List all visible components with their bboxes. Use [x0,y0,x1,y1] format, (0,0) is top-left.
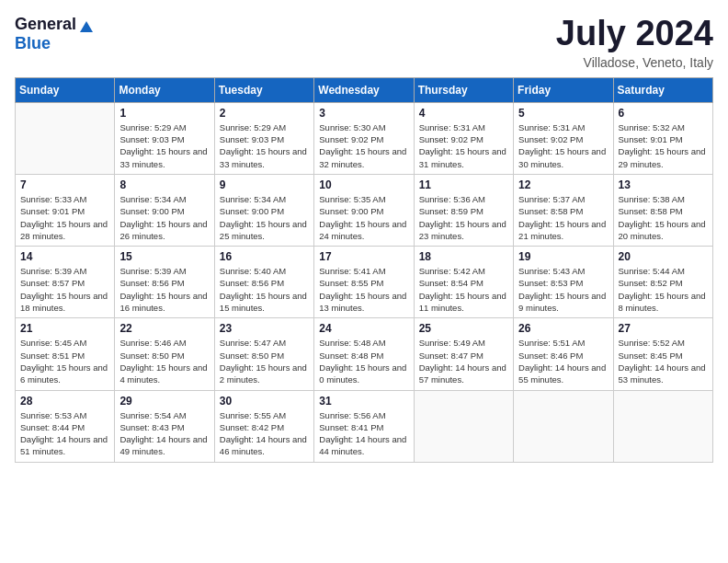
day-info: Sunrise: 5:39 AM Sunset: 8:56 PM Dayligh… [119,265,209,314]
day-info: Sunrise: 5:55 AM Sunset: 8:42 PM Dayligh… [220,409,309,458]
calendar-table: SundayMondayTuesdayWednesdayThursdayFrid… [15,77,713,463]
day-info: Sunrise: 5:29 AM Sunset: 9:03 PM Dayligh… [220,121,309,170]
calendar-cell: 6Sunrise: 5:32 AM Sunset: 9:01 PM Daylig… [613,102,712,174]
calendar-cell: 31Sunrise: 5:56 AM Sunset: 8:41 PM Dayli… [314,390,414,462]
day-info: Sunrise: 5:39 AM Sunset: 8:57 PM Dayligh… [20,265,109,314]
day-number: 7 [20,178,109,191]
calendar-cell [414,390,513,462]
day-info: Sunrise: 5:49 AM Sunset: 8:47 PM Dayligh… [419,337,508,385]
calendar-cell: 21Sunrise: 5:45 AM Sunset: 8:51 PM Dayli… [16,318,115,390]
day-info: Sunrise: 5:35 AM Sunset: 9:00 PM Dayligh… [319,193,408,242]
calendar-week-row: 7Sunrise: 5:33 AM Sunset: 9:01 PM Daylig… [16,174,713,246]
calendar-cell: 28Sunrise: 5:53 AM Sunset: 8:44 PM Dayli… [16,390,115,462]
page-header: General Blue July 2024 Villadose, Veneto… [15,15,713,70]
day-number: 30 [220,395,309,408]
day-number: 4 [419,107,508,120]
weekday-header-thursday: Thursday [414,77,513,102]
day-info: Sunrise: 5:46 AM Sunset: 8:50 PM Dayligh… [119,337,209,385]
calendar-cell: 4Sunrise: 5:31 AM Sunset: 9:02 PM Daylig… [414,102,513,174]
calendar-cell: 11Sunrise: 5:36 AM Sunset: 8:59 PM Dayli… [414,174,513,246]
calendar-week-row: 28Sunrise: 5:53 AM Sunset: 8:44 PM Dayli… [16,390,713,462]
day-number: 14 [20,250,109,263]
calendar-cell: 30Sunrise: 5:55 AM Sunset: 8:42 PM Dayli… [214,390,313,462]
day-info: Sunrise: 5:48 AM Sunset: 8:48 PM Dayligh… [319,337,408,385]
day-number: 26 [518,322,608,335]
calendar-cell: 1Sunrise: 5:29 AM Sunset: 9:03 PM Daylig… [115,102,214,174]
calendar-header-row: SundayMondayTuesdayWednesdayThursdayFrid… [16,77,713,102]
day-number: 6 [619,107,708,120]
day-info: Sunrise: 5:53 AM Sunset: 8:44 PM Dayligh… [20,409,109,458]
day-info: Sunrise: 5:31 AM Sunset: 9:02 PM Dayligh… [518,121,608,170]
calendar-cell: 19Sunrise: 5:43 AM Sunset: 8:53 PM Dayli… [514,247,613,318]
day-info: Sunrise: 5:34 AM Sunset: 9:00 PM Dayligh… [220,193,309,242]
calendar-cell: 18Sunrise: 5:42 AM Sunset: 8:54 PM Dayli… [414,247,513,318]
day-number: 28 [20,395,109,408]
month-title: July 2024 [556,15,713,53]
day-info: Sunrise: 5:43 AM Sunset: 8:53 PM Dayligh… [518,265,608,314]
logo-blue-text: Blue [15,34,51,53]
day-number: 21 [20,322,109,335]
weekday-header-sunday: Sunday [16,77,115,102]
calendar-cell: 3Sunrise: 5:30 AM Sunset: 9:02 PM Daylig… [314,102,414,174]
day-number: 1 [119,107,209,120]
weekday-header-monday: Monday [115,77,214,102]
calendar-cell: 16Sunrise: 5:40 AM Sunset: 8:56 PM Dayli… [214,247,313,318]
location-text: Villadose, Veneto, Italy [556,55,713,70]
day-info: Sunrise: 5:29 AM Sunset: 9:03 PM Dayligh… [119,121,209,170]
day-info: Sunrise: 5:33 AM Sunset: 9:01 PM Dayligh… [20,193,109,242]
calendar-cell: 17Sunrise: 5:41 AM Sunset: 8:55 PM Dayli… [314,247,414,318]
day-number: 25 [419,322,508,335]
day-info: Sunrise: 5:52 AM Sunset: 8:45 PM Dayligh… [619,337,708,385]
calendar-cell: 26Sunrise: 5:51 AM Sunset: 8:46 PM Dayli… [514,318,613,390]
calendar-week-row: 21Sunrise: 5:45 AM Sunset: 8:51 PM Dayli… [16,318,713,390]
logo-triangle-icon [78,17,95,34]
day-number: 20 [619,250,708,263]
day-number: 8 [119,178,209,191]
calendar-cell: 9Sunrise: 5:34 AM Sunset: 9:00 PM Daylig… [214,174,313,246]
calendar-cell: 14Sunrise: 5:39 AM Sunset: 8:57 PM Dayli… [16,247,115,318]
calendar-cell: 22Sunrise: 5:46 AM Sunset: 8:50 PM Dayli… [115,318,214,390]
day-number: 22 [119,322,209,335]
day-number: 18 [419,250,508,263]
day-number: 13 [619,178,708,191]
svg-marker-0 [80,21,93,32]
day-info: Sunrise: 5:44 AM Sunset: 8:52 PM Dayligh… [619,265,708,314]
weekday-header-wednesday: Wednesday [314,77,414,102]
day-number: 17 [319,250,408,263]
day-number: 16 [220,250,309,263]
day-number: 5 [518,107,608,120]
day-number: 11 [419,178,508,191]
day-number: 3 [319,107,408,120]
calendar-cell: 8Sunrise: 5:34 AM Sunset: 9:00 PM Daylig… [115,174,214,246]
day-info: Sunrise: 5:41 AM Sunset: 8:55 PM Dayligh… [319,265,408,314]
day-info: Sunrise: 5:54 AM Sunset: 8:43 PM Dayligh… [119,409,209,458]
day-info: Sunrise: 5:31 AM Sunset: 9:02 PM Dayligh… [419,121,508,170]
day-number: 27 [619,322,708,335]
calendar-cell: 15Sunrise: 5:39 AM Sunset: 8:56 PM Dayli… [115,247,214,318]
day-info: Sunrise: 5:47 AM Sunset: 8:50 PM Dayligh… [220,337,309,385]
day-info: Sunrise: 5:36 AM Sunset: 8:59 PM Dayligh… [419,193,508,242]
day-info: Sunrise: 5:42 AM Sunset: 8:54 PM Dayligh… [419,265,508,314]
day-number: 23 [220,322,309,335]
calendar-week-row: 1Sunrise: 5:29 AM Sunset: 9:03 PM Daylig… [16,102,713,174]
day-number: 31 [319,395,408,408]
day-number: 9 [220,178,309,191]
calendar-cell: 24Sunrise: 5:48 AM Sunset: 8:48 PM Dayli… [314,318,414,390]
day-info: Sunrise: 5:45 AM Sunset: 8:51 PM Dayligh… [20,337,109,385]
weekday-header-friday: Friday [514,77,613,102]
day-info: Sunrise: 5:34 AM Sunset: 9:00 PM Dayligh… [119,193,209,242]
day-info: Sunrise: 5:30 AM Sunset: 9:02 PM Dayligh… [319,121,408,170]
logo: General Blue [15,15,95,53]
calendar-cell: 23Sunrise: 5:47 AM Sunset: 8:50 PM Dayli… [214,318,313,390]
day-number: 15 [119,250,209,263]
weekday-header-saturday: Saturday [613,77,712,102]
calendar-cell: 5Sunrise: 5:31 AM Sunset: 9:02 PM Daylig… [514,102,613,174]
day-info: Sunrise: 5:38 AM Sunset: 8:58 PM Dayligh… [619,193,708,242]
calendar-cell [613,390,712,462]
day-number: 12 [518,178,608,191]
day-info: Sunrise: 5:51 AM Sunset: 8:46 PM Dayligh… [518,337,608,385]
day-info: Sunrise: 5:56 AM Sunset: 8:41 PM Dayligh… [319,409,408,458]
day-number: 24 [319,322,408,335]
logo-general-text: General [15,15,76,34]
title-section: July 2024 Villadose, Veneto, Italy [556,15,713,70]
